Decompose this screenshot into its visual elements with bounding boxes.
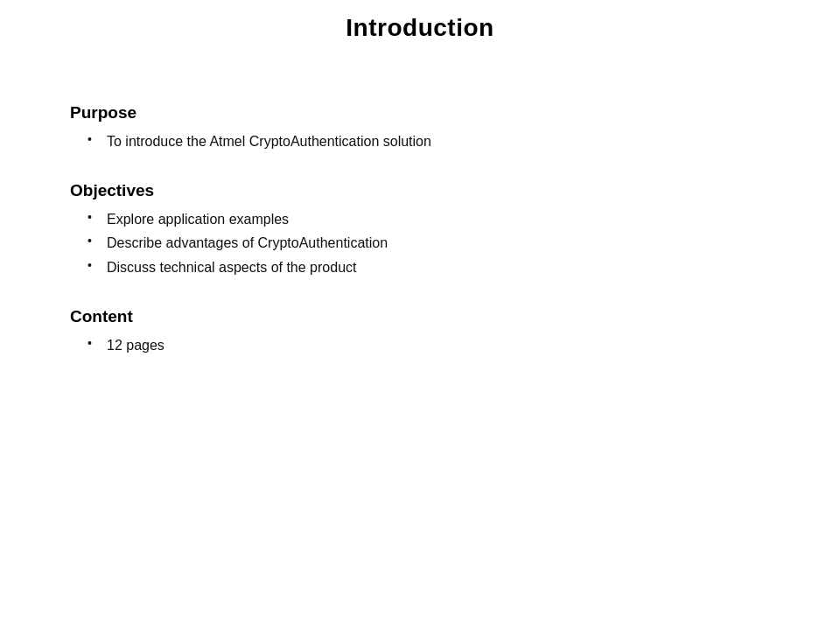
purpose-heading: Purpose [70,103,770,122]
purpose-bullet-list: To introduce the Atmel CryptoAuthenticat… [70,130,770,153]
content-heading: Content [70,307,770,326]
objectives-section: Objectives Explore application examples … [70,181,770,279]
purpose-section: Purpose To introduce the Atmel CryptoAut… [70,103,770,153]
content-bullet-list: 12 pages [70,333,770,357]
slide-title: Introduction [0,14,840,42]
objectives-bullet-1: Explore application examples [88,207,770,231]
objectives-bullet-3: Discuss technical aspects of the product [88,256,770,279]
content-bullet-1: 12 pages [88,333,770,357]
objectives-heading: Objectives [70,181,770,200]
purpose-bullet-1: To introduce the Atmel CryptoAuthenticat… [88,130,770,153]
slide-content: Purpose To introduce the Atmel CryptoAut… [0,51,840,420]
slide: Introduction Purpose To introduce the At… [0,0,840,630]
objectives-bullet-2: Describe advantages of CryptoAuthenticat… [88,231,770,255]
slide-title-area: Introduction [0,0,840,51]
objectives-bullet-list: Explore application examples Describe ad… [70,207,770,279]
content-section: Content 12 pages [70,307,770,357]
